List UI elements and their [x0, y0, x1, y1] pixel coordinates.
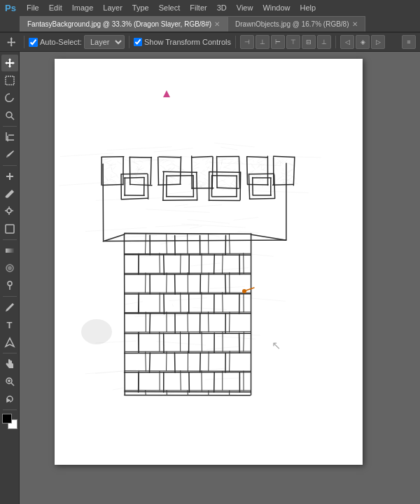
move-tool-icon [4, 34, 20, 50]
svg-line-16 [11, 383, 14, 386]
show-transform-label: Show Transform Controls [144, 38, 231, 46]
tool-sep-2 [3, 165, 17, 166]
show-transform-group: Show Transform Controls [134, 38, 231, 46]
svg-point-12 [8, 266, 12, 270]
dist-right-btn[interactable]: ▷ [371, 35, 385, 49]
menu-help[interactable]: Help [296, 2, 321, 13]
svg-point-4 [7, 209, 11, 213]
tab-fantasy-background[interactable]: FantasyBackground.jpg @ 33.3% (Dragon Sl… [20, 16, 227, 31]
pen-btn[interactable] [1, 299, 18, 316]
history-btn[interactable] [1, 220, 18, 237]
layer-dropdown[interactable]: Layer [84, 35, 125, 49]
eyedropper-btn[interactable] [1, 146, 18, 163]
move-tool-btn[interactable] [1, 55, 18, 71]
dist-center-btn[interactable]: ◈ [356, 35, 370, 49]
menu-image[interactable]: Image [68, 2, 98, 13]
tab-close-icon[interactable]: ✕ [214, 20, 220, 28]
separator-1 [24, 36, 24, 48]
tab-label: FantasyBackground.jpg @ 33.3% (Dragon Sl… [27, 20, 211, 28]
align-top-btn[interactable]: ⊤ [286, 35, 300, 49]
dodge-btn[interactable] [1, 277, 18, 294]
menu-select[interactable]: Select [155, 2, 185, 13]
separator-2 [129, 36, 130, 48]
menu-file[interactable]: File [22, 2, 43, 13]
svg-point-2 [6, 112, 12, 118]
tool-sep-3 [3, 239, 17, 240]
tab-bar: FantasyBackground.jpg @ 33.3% (Dragon Sl… [0, 15, 420, 32]
align-center-v-btn[interactable]: ⊟ [302, 35, 316, 49]
align-bottom-btn[interactable]: ⊥ [317, 35, 331, 49]
menu-bar: Ps File Edit Image Layer Type Select Fil… [0, 0, 420, 15]
clone-btn[interactable] [1, 203, 18, 220]
auto-select-group: Auto-Select: Layer [29, 35, 125, 49]
svg-point-13 [8, 281, 12, 286]
blur-btn[interactable] [1, 260, 18, 276]
menu-layer[interactable]: Layer [99, 2, 127, 13]
menu-filter[interactable]: Filter [186, 2, 211, 13]
hand-btn[interactable] [1, 356, 18, 372]
distribute-buttons: ◁ ◈ ▷ [340, 35, 385, 49]
svg-rect-1 [6, 76, 14, 85]
toolbox: T [0, 52, 20, 504]
gradient-btn[interactable] [1, 242, 18, 259]
tool-sep-1 [3, 126, 17, 127]
marquee-tool-btn[interactable] [1, 72, 18, 89]
separator-4 [335, 36, 336, 48]
color-picker[interactable] [2, 414, 18, 429]
auto-select-label: Auto-Select: [40, 38, 82, 46]
drawing-canvas [55, 59, 363, 465]
tool-sep-5 [3, 353, 17, 354]
align-buttons: ⊣ ⊥ ⊢ ⊤ ⊟ ⊥ [240, 35, 331, 49]
menu-edit[interactable]: Edit [45, 2, 66, 13]
align-right-btn[interactable]: ⊢ [271, 35, 285, 49]
more-options-btn[interactable]: ≡ [402, 35, 416, 49]
tab-drawn-objects[interactable]: DrawnObjects.jpg @ 16.7% (RGB/8) ✕ [227, 16, 365, 31]
tab-label-2: DrawnObjects.jpg @ 16.7% (RGB/8) [235, 20, 349, 28]
ps-logo: Ps [3, 0, 18, 15]
svg-rect-10 [6, 248, 14, 253]
canvas-document [55, 59, 363, 465]
tool-sep-6 [3, 410, 17, 410]
align-left-btn[interactable]: ⊣ [240, 35, 254, 49]
menu-type[interactable]: Type [128, 2, 153, 13]
tool-sep-4 [3, 296, 17, 297]
main-area: T [0, 52, 420, 504]
dist-left-btn[interactable]: ◁ [340, 35, 354, 49]
lasso-tool-btn[interactable] [1, 90, 18, 106]
svg-rect-9 [6, 225, 14, 233]
menu-view[interactable]: View [232, 2, 258, 13]
heal-btn[interactable] [1, 168, 18, 185]
svg-marker-0 [7, 37, 15, 47]
quick-select-btn[interactable] [1, 107, 18, 124]
rotate-view-btn[interactable] [1, 391, 18, 407]
align-center-h-btn[interactable]: ⊥ [255, 35, 270, 49]
zoom-btn[interactable] [1, 373, 18, 390]
brush-btn[interactable] [1, 186, 18, 202]
svg-line-3 [11, 117, 14, 120]
separator-3 [235, 36, 236, 48]
crop-tool-btn[interactable] [1, 129, 18, 146]
auto-select-checkbox[interactable] [29, 38, 38, 47]
foreground-color-swatch[interactable] [2, 414, 12, 424]
tab-close-icon-2[interactable]: ✕ [352, 20, 358, 28]
options-toolbar: Auto-Select: Layer Show Transform Contro… [0, 32, 420, 52]
show-transform-checkbox[interactable] [134, 38, 142, 46]
type-btn[interactable]: T [1, 316, 18, 333]
menu-window[interactable]: Window [258, 2, 294, 13]
canvas-area: ↖ [20, 52, 420, 504]
menu-3d[interactable]: 3D [213, 2, 231, 13]
path-select-btn[interactable] [1, 334, 18, 351]
